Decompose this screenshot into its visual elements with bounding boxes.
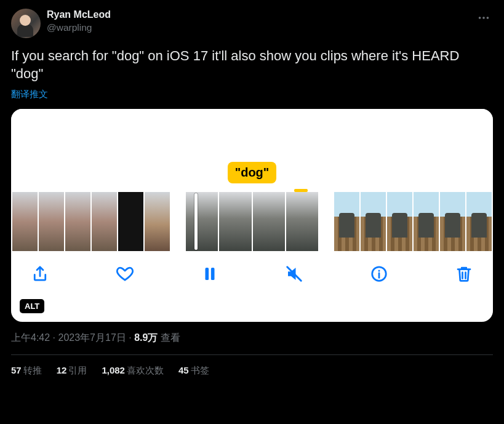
- clip-frame: [186, 192, 218, 251]
- trash-icon: [455, 265, 473, 283]
- tweet-meta[interactable]: 上午4:42 · 2023年7月17日 · 8.9万 查看: [11, 332, 493, 345]
- clip-group-3[interactable]: [334, 192, 492, 251]
- search-tag: "dog": [228, 162, 277, 183]
- svg-point-2: [487, 17, 489, 19]
- divider: [11, 354, 493, 355]
- bookmarks-stat[interactable]: 45书签: [178, 365, 209, 377]
- likes-label: 喜欢次数: [127, 365, 164, 375]
- clip-frame: [92, 192, 117, 251]
- quotes-stat[interactable]: 12引用: [57, 365, 87, 377]
- clip-frame: [414, 192, 439, 251]
- share-icon: [31, 265, 49, 283]
- quotes-label: 引用: [68, 365, 87, 375]
- retweets-label: 转推: [23, 365, 42, 375]
- search-tag-row: "dog": [11, 162, 493, 183]
- clip-frame: [219, 192, 251, 251]
- display-name: Ryan McLeod: [47, 9, 111, 22]
- like-button[interactable]: [114, 263, 135, 284]
- meta-sep: ·: [50, 332, 58, 343]
- info-button[interactable]: [369, 263, 390, 284]
- bookmarks-count: 45: [178, 365, 189, 375]
- svg-point-0: [479, 17, 481, 19]
- svg-point-6: [378, 270, 380, 272]
- quotes-count: 12: [57, 365, 67, 375]
- author-names[interactable]: Ryan McLeod @warpling: [47, 9, 111, 34]
- tweet-container: Ryan McLeod @warpling If you search for …: [0, 0, 504, 385]
- clip-frame: [253, 192, 285, 251]
- media-top-area: [11, 109, 493, 162]
- video-timeline[interactable]: [11, 192, 493, 251]
- retweets-stat[interactable]: 57转推: [11, 365, 42, 377]
- likes-count: 1,082: [102, 365, 125, 375]
- info-icon: [370, 265, 388, 283]
- trash-button[interactable]: [454, 263, 474, 284]
- translate-link[interactable]: 翻译推文: [11, 89, 493, 100]
- more-button[interactable]: [474, 9, 493, 30]
- share-button[interactable]: [30, 263, 50, 284]
- pause-button[interactable]: [199, 263, 220, 284]
- svg-rect-4: [210, 268, 214, 280]
- bookmarks-label: 书签: [191, 365, 209, 375]
- pause-icon: [201, 265, 219, 283]
- views-count: 8.9万: [134, 332, 158, 343]
- tweet-time: 上午4:42: [11, 332, 50, 343]
- views-label: 查看: [161, 332, 180, 343]
- handle: @warpling: [47, 22, 111, 34]
- heart-icon: [116, 265, 134, 283]
- clip-frame: [145, 192, 170, 251]
- clip-frame: [12, 192, 38, 251]
- ellipsis-icon: [477, 11, 490, 25]
- meta-sep2: ·: [126, 332, 134, 343]
- clip-frame: [334, 192, 359, 251]
- clip-frame: [387, 192, 412, 251]
- speaker-muted-icon: [285, 265, 303, 283]
- clip-frame: [286, 192, 318, 251]
- clip-group-1[interactable]: [12, 192, 170, 251]
- media-card[interactable]: "dog": [11, 109, 493, 322]
- clip-frame: [118, 192, 143, 251]
- svg-point-1: [482, 17, 485, 19]
- playhead[interactable]: [194, 193, 198, 250]
- tweet-stats: 57转推 12引用 1,082喜欢次数 45书签: [11, 365, 493, 377]
- tweet-text: If you search for "dog" on iOS 17 it'll …: [11, 47, 493, 82]
- clip-frame: [466, 192, 492, 251]
- clip-frame: [440, 192, 465, 251]
- media-toolbar: [11, 251, 493, 300]
- likes-stat[interactable]: 1,082喜欢次数: [102, 365, 164, 377]
- tweet-header: Ryan McLeod @warpling: [11, 9, 493, 38]
- clip-group-2[interactable]: [186, 192, 318, 251]
- avatar[interactable]: [11, 9, 41, 38]
- timeline-marker-row: [11, 183, 493, 192]
- mute-button[interactable]: [284, 263, 305, 284]
- retweets-count: 57: [11, 365, 22, 375]
- clip-frame: [65, 192, 90, 251]
- clip-frame: [39, 192, 64, 251]
- svg-rect-3: [205, 268, 209, 280]
- alt-badge[interactable]: ALT: [20, 299, 44, 313]
- clip-frame: [361, 192, 386, 251]
- tweet-date: 2023年7月17日: [58, 332, 126, 343]
